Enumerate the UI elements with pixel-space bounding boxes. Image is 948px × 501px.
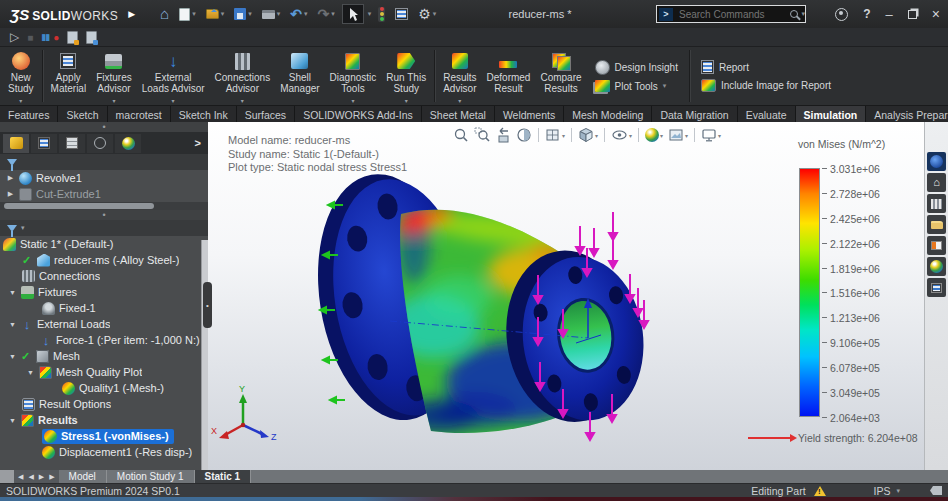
tab-simulation[interactable]: Simulation <box>796 106 867 122</box>
tree-item-result-options[interactable]: Result Options <box>0 396 208 412</box>
results-advisor-button[interactable]: ResultsAdvisor▾ <box>438 47 481 105</box>
redo-button[interactable]: ↷▾ <box>314 4 337 24</box>
expander-icon[interactable]: ▼ <box>8 289 17 296</box>
search-commands-box[interactable]: > ▾ <box>656 5 806 23</box>
tree-item-static-study[interactable]: Static 1* (-Default-) <box>0 236 208 252</box>
tree-item-revolve1[interactable]: ▶ Revolve1 <box>0 170 208 186</box>
tab-sketch-ink[interactable]: Sketch Ink <box>171 106 237 122</box>
pause-macro-icon[interactable]: ▮▮ <box>41 32 49 42</box>
last-tab-icon[interactable]: ▶ <box>48 473 55 481</box>
tab-static-1[interactable]: Static 1 <box>195 470 252 483</box>
panel-splitter-top[interactable]: • <box>0 122 208 132</box>
diagnostic-tools-button[interactable]: DiagnosticTools▾ <box>325 47 382 105</box>
panel-vertical-scrollbar[interactable] <box>201 240 208 470</box>
plot-tools-button[interactable]: Plot Tools▾ <box>595 80 678 92</box>
appearances-scenes-tab[interactable] <box>927 257 946 276</box>
custom-properties-tab[interactable] <box>927 278 946 297</box>
tab-analysis-preparation[interactable]: Analysis Preparation <box>866 106 948 122</box>
propertymanager-tab[interactable] <box>31 134 57 153</box>
hide-show-items-button[interactable]: ▾ <box>610 126 633 144</box>
tab-macrotest[interactable]: macrotest <box>108 106 171 122</box>
run-this-study-button[interactable]: Run ThisStudy▾ <box>381 47 431 105</box>
tab-sketch[interactable]: Sketch <box>58 106 107 122</box>
search-dropdown-caret[interactable]: ▾ <box>801 10 805 18</box>
open-button[interactable]: ▾ <box>203 7 228 21</box>
select-tool-button[interactable] <box>342 4 364 24</box>
deformed-result-button[interactable]: DeformedResult <box>482 47 536 105</box>
scrollbar-thumb[interactable] <box>4 203 154 209</box>
tag-icon[interactable] <box>930 486 942 495</box>
tree-item-stress1-selected[interactable]: Stress1 (-vonMises-) <box>0 428 208 444</box>
expander-icon[interactable]: ▶ <box>6 174 15 182</box>
previous-view-button[interactable] <box>494 126 512 144</box>
include-image-for-report-button[interactable]: Include Image for Report <box>701 79 831 92</box>
new-study-button[interactable]: NewStudy▾ <box>3 47 39 105</box>
home-button[interactable]: ⌂ <box>157 5 172 23</box>
undo-button[interactable]: ↶▾ <box>287 4 310 24</box>
expander-icon[interactable]: ▼ <box>26 369 35 376</box>
3dexperience-tab[interactable] <box>927 152 946 171</box>
tab-features[interactable]: Features <box>0 106 58 122</box>
close-button[interactable]: × <box>932 6 940 22</box>
search-input[interactable] <box>677 8 790 21</box>
filter-icon[interactable] <box>7 159 17 166</box>
tree-item-fixtures[interactable]: ▼ Fixtures <box>0 284 208 300</box>
new-document-button[interactable]: ▾ <box>176 6 199 23</box>
panel-splitter-middle[interactable]: • <box>0 210 208 220</box>
configurationmanager-tab[interactable] <box>59 134 85 153</box>
tree-item-fixed-1[interactable]: Fixed-1 <box>0 300 208 316</box>
new-macro-icon[interactable] <box>67 31 78 44</box>
tree-item-external-loads[interactable]: ▼ ↓ External Loads <box>0 316 208 332</box>
view-orientation-button[interactable]: ▾ <box>544 126 566 144</box>
displaymanager-tab[interactable] <box>115 134 141 153</box>
report-button[interactable]: Report <box>701 60 831 74</box>
view-palette-tab[interactable] <box>927 236 946 255</box>
tab-mesh-modeling[interactable]: Mesh Modeling <box>564 106 652 122</box>
zoom-to-fit-button[interactable] <box>452 126 470 144</box>
units-dropdown-caret[interactable]: ▾ <box>896 487 900 495</box>
tab-surfaces[interactable]: Surfaces <box>237 106 295 122</box>
expander-icon[interactable]: ▼ <box>8 321 17 328</box>
tree-item-displacement1[interactable]: Displacement1 (-Res disp-) <box>0 444 208 460</box>
solidworks-resources-tab[interactable]: ⌂ <box>927 173 946 192</box>
filter-icon[interactable] <box>7 225 17 232</box>
compare-results-button[interactable]: CompareResults <box>535 47 586 105</box>
design-insight-button[interactable]: Design Insight <box>595 60 678 75</box>
options-list-button[interactable] <box>392 6 411 22</box>
minimize-button[interactable]: – <box>886 7 893 22</box>
edit-appearance-button[interactable]: ▾ <box>644 127 664 143</box>
dimxpertmanager-tab[interactable] <box>87 134 113 153</box>
print-button[interactable]: ▾ <box>259 8 284 21</box>
run-macro-icon[interactable]: ▷ <box>10 30 19 44</box>
section-view-button[interactable] <box>515 126 533 144</box>
panel-flyout-arrow[interactable]: > <box>195 137 208 149</box>
connections-advisor-button[interactable]: ConnectionsAdvisor▾ <box>210 47 276 105</box>
graphics-viewport[interactable]: Y X Z Model name: reducer-ms Study name:… <box>208 122 924 470</box>
expander-icon[interactable]: ▶ <box>6 190 15 198</box>
tab-evaluate[interactable]: Evaluate <box>738 106 796 122</box>
units-label[interactable]: IPS <box>874 485 891 497</box>
apply-scene-button[interactable]: ▾ <box>667 126 689 144</box>
save-button[interactable]: ▾ <box>231 6 255 22</box>
help-icon[interactable]: ? <box>863 7 870 21</box>
external-loads-advisor-button[interactable]: ↓ExternalLoads Advisor▾ <box>137 47 210 105</box>
tree-item-mesh-quality-plot[interactable]: ▼ Mesh Quality Plot <box>0 364 208 380</box>
next-tab-icon[interactable]: ▶ <box>38 473 45 481</box>
expander-icon[interactable]: ▼ <box>8 417 17 424</box>
panel-resize-handle[interactable]: • <box>203 282 212 328</box>
menu-flyout-icon[interactable]: ▶ <box>128 9 135 19</box>
expander-icon[interactable]: ▼ <box>8 353 17 360</box>
shell-manager-button[interactable]: ShellManager <box>275 47 324 105</box>
prev-tab-icon[interactable]: ◀ <box>27 473 34 481</box>
login-icon[interactable] <box>835 8 848 21</box>
design-library-tab[interactable] <box>927 194 946 213</box>
zoom-to-area-button[interactable] <box>473 126 491 144</box>
file-explorer-tab[interactable] <box>927 215 946 234</box>
fixtures-advisor-button[interactable]: FixturesAdvisor▾ <box>91 47 137 105</box>
record-macro-icon[interactable]: ● <box>53 32 59 43</box>
edit-macro-icon[interactable] <box>86 31 97 44</box>
settings-button[interactable]: ⚙▾ <box>415 4 439 24</box>
view-settings-button[interactable]: ▾ <box>700 126 722 144</box>
tree-item-force-1[interactable]: ↓ Force-1 (:Per item: -1,000 N:) <box>0 332 208 348</box>
tree-item-results[interactable]: ▼ Results <box>0 412 208 428</box>
